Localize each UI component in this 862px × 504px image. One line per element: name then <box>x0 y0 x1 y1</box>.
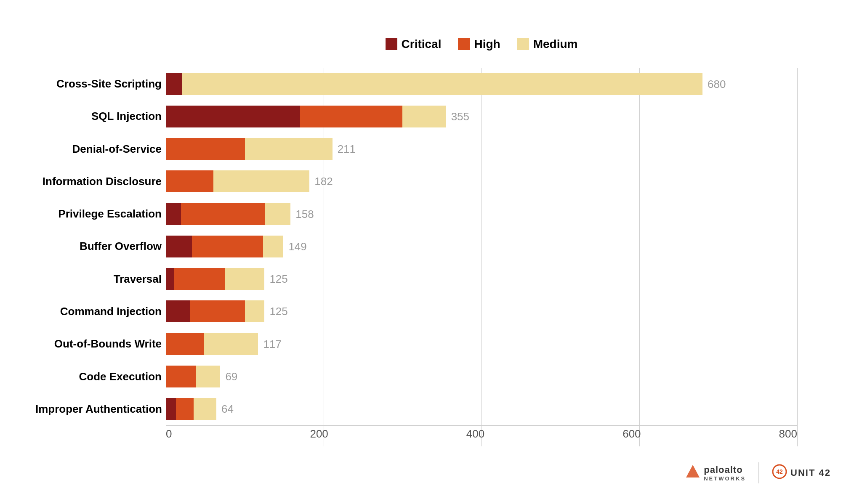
seg-high-8 <box>166 333 204 355</box>
seg-medium-3 <box>213 170 310 192</box>
bar-label-10: Improper Authentication <box>35 403 162 416</box>
seg-high-10 <box>176 398 193 420</box>
chart-legend: Critical High Medium <box>166 37 797 51</box>
bar-row: Information Disclosure182 <box>166 167 797 196</box>
bar-segments-7: 125 <box>166 300 264 322</box>
bar-value-0: 680 <box>708 77 726 90</box>
seg-medium-8 <box>204 333 258 355</box>
bar-value-9: 69 <box>225 370 237 383</box>
seg-high-6 <box>174 268 225 290</box>
unit42-icon: 42 <box>772 464 787 482</box>
bar-value-10: 64 <box>221 403 234 416</box>
seg-medium-6 <box>225 268 265 290</box>
legend-item-medium: Medium <box>517 37 578 51</box>
bar-segments-9: 69 <box>166 366 220 387</box>
bar-label-7: Command Injection <box>35 305 162 318</box>
bar-segments-2: 211 <box>166 138 333 160</box>
legend-label-critical: Critical <box>402 37 442 51</box>
seg-critical-6 <box>166 268 174 290</box>
x-tick-800: 800 <box>779 427 797 440</box>
grid-line-800 <box>797 68 798 446</box>
paloalto-logo: paloalto NETWORKS <box>685 464 746 482</box>
x-tick-400: 400 <box>466 427 484 440</box>
seg-medium-1 <box>402 106 446 127</box>
x-axis-line <box>166 425 797 426</box>
unit42-name: UNIT 42 <box>790 467 831 478</box>
bar-row: Code Execution69 <box>166 362 797 391</box>
brand-divider <box>758 462 759 483</box>
paloalto-sub: NETWORKS <box>704 475 746 482</box>
bar-row: Traversal125 <box>166 264 797 294</box>
paloalto-icon <box>685 464 700 482</box>
seg-medium-2 <box>245 138 333 160</box>
bar-segments-1: 355 <box>166 106 446 127</box>
legend-item-critical: Critical <box>386 37 442 51</box>
seg-critical-0 <box>166 73 182 95</box>
bar-segments-5: 149 <box>166 236 283 257</box>
seg-high-2 <box>166 138 245 160</box>
bar-label-4: Privilege Escalation <box>35 207 162 220</box>
unit42-logo: 42 UNIT 42 <box>772 464 831 482</box>
seg-critical-1 <box>166 106 300 127</box>
bar-value-6: 125 <box>269 273 287 286</box>
bar-row: Out-of-Bounds Write117 <box>166 329 797 359</box>
bar-value-7: 125 <box>269 305 287 318</box>
svg-text:42: 42 <box>776 468 783 475</box>
legend-swatch-medium <box>517 38 529 50</box>
bar-value-2: 211 <box>338 143 356 156</box>
seg-medium-10 <box>194 398 216 420</box>
bar-row: Privilege Escalation158 <box>166 199 797 229</box>
x-axis: 0200400600800 <box>166 427 797 440</box>
bar-label-1: SQL Injection <box>35 110 162 123</box>
seg-critical-7 <box>166 300 190 322</box>
bar-value-8: 117 <box>263 337 281 350</box>
legend-label-medium: Medium <box>533 37 578 51</box>
bar-row: Cross-Site Scripting680 <box>166 69 797 99</box>
bar-label-8: Out-of-Bounds Write <box>35 337 162 350</box>
chart-area: Cross-Site Scripting680SQL Injection355D… <box>166 68 797 446</box>
seg-medium-7 <box>245 300 265 322</box>
bar-segments-8: 117 <box>166 333 258 355</box>
seg-high-7 <box>190 300 245 322</box>
x-tick-0: 0 <box>166 427 172 440</box>
bar-label-3: Information Disclosure <box>35 175 162 188</box>
bar-row: Buffer Overflow149 <box>166 232 797 261</box>
legend-swatch-critical <box>386 38 397 50</box>
seg-high-1 <box>300 106 403 127</box>
seg-high-4 <box>181 203 266 225</box>
bar-label-5: Buffer Overflow <box>35 240 162 253</box>
chart-container: Critical High Medium Cross-Site Scriptin… <box>31 21 831 483</box>
paloalto-name: paloalto <box>704 464 746 475</box>
legend-item-high: High <box>458 37 500 51</box>
seg-medium-0 <box>182 73 703 95</box>
seg-critical-5 <box>166 236 192 257</box>
seg-medium-4 <box>265 203 290 225</box>
seg-high-9 <box>166 366 196 387</box>
bar-label-0: Cross-Site Scripting <box>35 77 162 90</box>
seg-high-3 <box>166 170 213 192</box>
bar-row: Denial-of-Service211 <box>166 134 797 164</box>
bar-segments-0: 680 <box>166 73 702 95</box>
x-tick-200: 200 <box>310 427 328 440</box>
bar-label-6: Traversal <box>35 273 162 286</box>
x-tick-600: 600 <box>623 427 641 440</box>
bar-value-4: 158 <box>295 207 314 220</box>
bars-wrapper: Cross-Site Scripting680SQL Injection355D… <box>166 68 797 425</box>
bar-row: Improper Authentication64 <box>166 394 797 424</box>
bar-segments-3: 182 <box>166 170 309 192</box>
seg-medium-9 <box>196 366 220 387</box>
seg-high-5 <box>192 236 263 257</box>
bar-value-3: 182 <box>314 175 333 188</box>
legend-label-high: High <box>474 37 500 51</box>
seg-medium-5 <box>263 236 284 257</box>
bar-value-5: 149 <box>288 240 306 253</box>
seg-critical-4 <box>166 203 181 225</box>
bar-segments-10: 64 <box>166 398 216 420</box>
bar-row: SQL Injection355 <box>166 102 797 131</box>
bar-label-2: Denial-of-Service <box>35 143 162 156</box>
bar-segments-4: 158 <box>166 203 290 225</box>
svg-marker-0 <box>686 465 700 477</box>
bar-label-9: Code Execution <box>35 370 162 383</box>
bar-row: Command Injection125 <box>166 297 797 326</box>
bar-value-1: 355 <box>451 110 469 123</box>
